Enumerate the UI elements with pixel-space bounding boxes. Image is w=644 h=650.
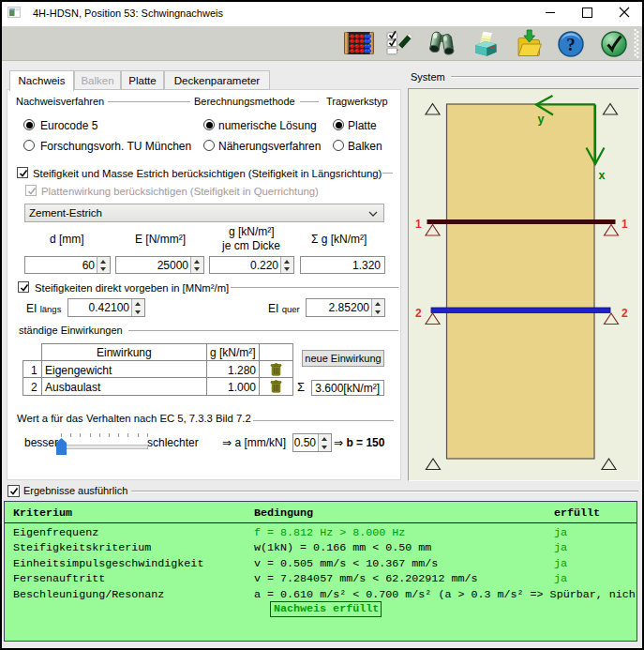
svg-text:y: y [538, 113, 545, 126]
svg-text:2: 2 [622, 307, 628, 320]
svg-text:?: ? [566, 35, 576, 54]
svg-text:1: 1 [415, 218, 422, 231]
svg-text:x: x [599, 169, 606, 182]
svg-text:1: 1 [622, 218, 628, 231]
svg-text:2: 2 [415, 307, 422, 320]
